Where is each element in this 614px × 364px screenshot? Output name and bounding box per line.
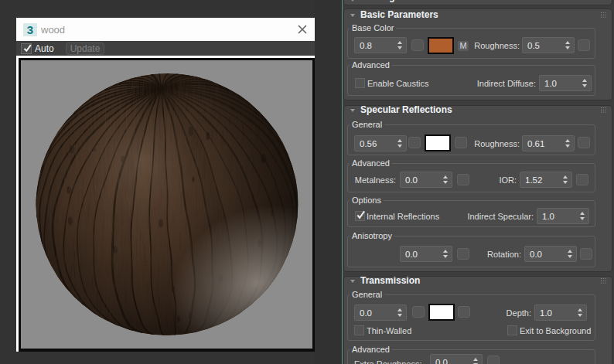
- svg-text:3: 3: [27, 23, 33, 36]
